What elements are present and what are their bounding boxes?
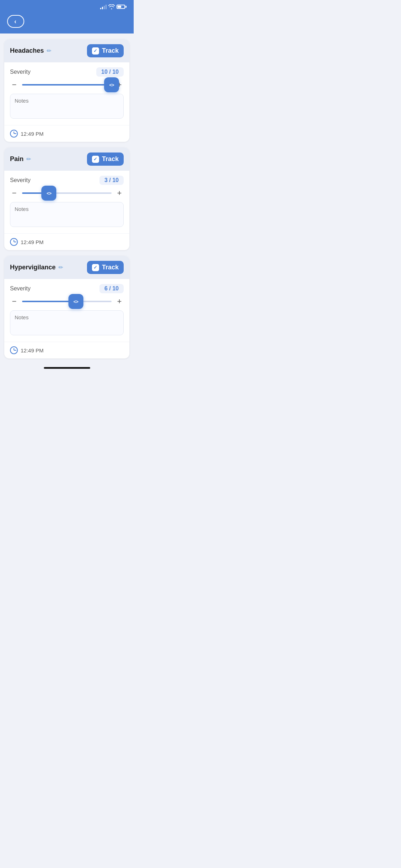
slider-thumb-arrows: <> [73,299,78,304]
slider-row: − <> + [10,81,124,89]
severity-value: 10 / 10 [96,67,124,77]
slider-thumb[interactable]: <> [104,77,119,92]
track-button[interactable]: ✓ Track [87,261,124,274]
symptom-name: Headaches [10,47,44,55]
entry-time: 12:49 PM [21,239,43,245]
symptom-body-hypervigilance: Severity 6 / 10 − <> + [4,279,129,342]
symptom-card-pain: Pain ✏ ✓ Track Severity 3 / 10 − <> [4,148,129,250]
severity-row: Severity 10 / 10 [10,67,124,77]
track-checkbox: ✓ [92,264,99,271]
slider-track[interactable]: <> [22,301,112,302]
slider-row: − <> + [10,298,124,305]
notes-input[interactable] [10,94,124,119]
clock-icon [10,130,18,138]
slider-plus-button[interactable]: + [115,298,124,305]
notes-input[interactable] [10,310,124,335]
slider-fill [22,84,112,86]
time-row: 12:49 PM [4,125,129,142]
symptom-name-row: Hypervigilance ✏ [10,264,63,271]
checkmark-icon: ✓ [93,48,97,53]
symptom-header-hypervigilance: Hypervigilance ✏ ✓ Track [4,256,129,279]
back-button[interactable]: ‹ [7,15,24,28]
severity-label: Severity [10,69,31,75]
severity-row: Severity 3 / 10 [10,176,124,185]
app-header: ‹ [0,12,134,33]
track-label: Track [102,47,119,55]
severity-value: 3 / 10 [99,176,124,185]
symptom-name: Hypervigilance [10,264,56,271]
track-button[interactable]: ✓ Track [87,153,124,166]
symptom-header-headaches: Headaches ✏ ✓ Track [4,39,129,62]
wifi-icon [108,4,115,9]
battery-icon [117,5,127,9]
edit-icon[interactable]: ✏ [58,264,63,271]
slider-thumb[interactable]: <> [68,294,83,309]
notes-input[interactable] [10,202,124,227]
status-icons [100,4,127,9]
edit-icon[interactable]: ✏ [26,156,31,162]
entry-time: 12:49 PM [21,131,43,137]
home-indicator [0,364,134,373]
slider-minus-button[interactable]: − [10,298,19,305]
entry-time: 12:49 PM [21,347,43,353]
slider-plus-button[interactable]: + [115,189,124,197]
track-checkbox: ✓ [92,47,99,55]
severity-value: 6 / 10 [99,284,124,293]
symptom-body-pain: Severity 3 / 10 − <> + [4,171,129,233]
edit-icon[interactable]: ✏ [47,47,51,54]
track-button[interactable]: ✓ Track [87,44,124,57]
clock-icon [10,238,18,246]
home-bar [44,367,90,369]
slider-thumb-arrows: <> [47,191,51,196]
severity-row: Severity 6 / 10 [10,284,124,293]
symptom-name-row: Headaches ✏ [10,47,51,55]
slider-row: − <> + [10,189,124,197]
symptom-card-headaches: Headaches ✏ ✓ Track Severity 10 / 10 − [4,39,129,142]
checkmark-icon: ✓ [93,265,97,270]
slider-track[interactable]: <> [22,192,112,194]
severity-label: Severity [10,177,31,184]
time-row: 12:49 PM [4,342,129,358]
symptom-list: Headaches ✏ ✓ Track Severity 10 / 10 − [0,33,134,364]
track-label: Track [102,264,119,271]
checkmark-icon: ✓ [93,157,97,161]
symptom-card-hypervigilance: Hypervigilance ✏ ✓ Track Severity 6 / 10… [4,256,129,358]
symptom-name-row: Pain ✏ [10,155,31,163]
slider-fill [22,301,76,302]
signal-icon [100,4,107,9]
slider-minus-button[interactable]: − [10,81,19,89]
slider-minus-button[interactable]: − [10,189,19,197]
slider-track[interactable]: <> [22,84,112,86]
time-row: 12:49 PM [4,233,129,250]
slider-thumb[interactable]: <> [41,186,56,201]
severity-label: Severity [10,285,31,292]
track-label: Track [102,155,119,163]
slider-thumb-arrows: <> [109,82,114,88]
symptom-name: Pain [10,155,24,163]
clock-icon [10,346,18,354]
status-bar [0,0,134,12]
back-chevron-icon: ‹ [14,18,16,25]
track-checkbox: ✓ [92,156,99,163]
symptom-body-headaches: Severity 10 / 10 − <> + [4,62,129,125]
symptom-header-pain: Pain ✏ ✓ Track [4,148,129,171]
